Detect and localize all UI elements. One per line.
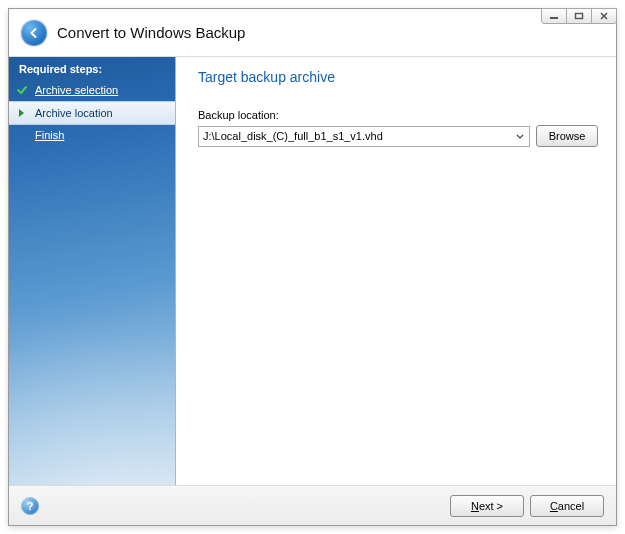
arrow-right-icon [15, 106, 29, 120]
arrow-left-icon [27, 26, 41, 40]
steps-sidebar: Required steps: Archive selection Archiv… [9, 57, 176, 485]
backup-location-row: J:\Local_disk_(C)_full_b1_s1_v1.vhd Brow… [198, 125, 598, 147]
step-archive-location[interactable]: Archive location [9, 101, 175, 125]
checkmark-icon [15, 83, 29, 97]
wizard-body: Required steps: Archive selection Archiv… [9, 57, 616, 485]
step-archive-selection[interactable]: Archive selection [9, 79, 175, 101]
chevron-down-icon[interactable] [515, 130, 525, 142]
wizard-window: Convert to Windows Backup Required steps… [8, 8, 617, 526]
main-panel: Target backup archive Backup location: J… [176, 57, 616, 485]
sidebar-heading: Required steps: [9, 57, 175, 79]
browse-button[interactable]: Browse [536, 125, 598, 147]
back-button[interactable] [21, 20, 47, 46]
next-button[interactable]: Next > [450, 495, 524, 517]
help-icon: ? [27, 500, 34, 512]
wizard-footer: ? Next > Cancel [9, 485, 616, 525]
step-finish[interactable]: Finish [9, 125, 175, 145]
close-button[interactable] [591, 8, 617, 24]
step-label: Archive location [35, 107, 113, 119]
minimize-button[interactable] [541, 8, 567, 24]
wizard-title: Convert to Windows Backup [57, 24, 245, 41]
backup-location-value: J:\Local_disk_(C)_full_b1_s1_v1.vhd [203, 130, 515, 142]
window-controls [542, 8, 617, 24]
backup-location-input[interactable]: J:\Local_disk_(C)_full_b1_s1_v1.vhd [198, 126, 530, 147]
help-button[interactable]: ? [21, 497, 39, 515]
browse-label: Browse [549, 130, 586, 142]
maximize-button[interactable] [566, 8, 592, 24]
page-title: Target backup archive [198, 69, 598, 85]
svg-rect-0 [550, 17, 558, 19]
step-label: Finish [35, 129, 64, 141]
wizard-header: Convert to Windows Backup [9, 9, 616, 57]
backup-location-label: Backup location: [198, 109, 598, 121]
cancel-button[interactable]: Cancel [530, 495, 604, 517]
step-label: Archive selection [35, 84, 118, 96]
svg-rect-1 [576, 14, 583, 19]
